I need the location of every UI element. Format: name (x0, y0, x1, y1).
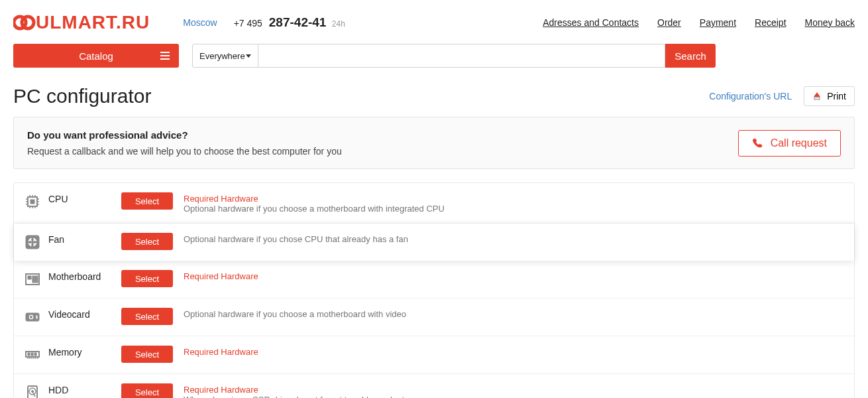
optional-label: Optional hardware if you choose a mother… (184, 309, 406, 319)
search-group: Everywhere Search (192, 44, 716, 68)
link-order[interactable]: Order (657, 17, 681, 28)
select-button[interactable]: Select (121, 270, 173, 287)
hardware-messages: Optional hardware if you choose a mother… (184, 308, 406, 319)
hardware-row-cpu: CPUSelectRequired HardwareOptional hardw… (14, 183, 854, 224)
city-selector[interactable]: Moscow (183, 17, 217, 28)
advice-title: Do you want professional advice? (27, 129, 342, 141)
hardware-row-fan: FanSelectOptional hardware if you chose … (14, 224, 854, 261)
page-title: PC configurator (13, 85, 151, 107)
required-label: Required Hardware (184, 194, 445, 204)
required-label: Required Hardware (184, 347, 258, 357)
optional-label: Optional hardware if you choose a mother… (184, 204, 445, 214)
link-payment[interactable]: Payment (700, 17, 736, 28)
hardware-messages: Required HardwareWhen choosing a SSD dri… (184, 383, 412, 398)
hardware-name: Fan (48, 233, 121, 245)
hardware-name: HDD (48, 383, 121, 395)
searchbar: Catalog Everywhere Search (13, 40, 855, 81)
hardware-messages: Required Hardware (184, 270, 258, 281)
link-addresses[interactable]: Adresses and Contacts (543, 17, 639, 28)
videocard-icon (23, 308, 42, 326)
print-icon (812, 92, 822, 101)
select-button[interactable]: Select (121, 346, 173, 363)
logo-icon (13, 13, 36, 32)
call-request-button[interactable]: Call request (738, 130, 841, 157)
hardware-name: Motherboard (48, 270, 121, 282)
logo-text: ULMART.RU (36, 12, 150, 33)
hardware-messages: Optional hardware if you chose CPU that … (184, 233, 408, 244)
cpu-icon (23, 192, 42, 211)
memory-icon (23, 346, 42, 364)
hardware-name: CPU (48, 192, 121, 204)
topbar: ULMART.RU Moscow +7 495 287-42-41 24h Ad… (13, 0, 855, 40)
hardware-row-videocard: VideocardSelectOptional hardware if you … (14, 298, 854, 336)
required-label: Required Hardware (184, 271, 258, 281)
link-receipt[interactable]: Receipt (755, 17, 786, 28)
search-scope-dropdown[interactable]: Everywhere (192, 44, 258, 68)
advice-box: Do you want professional advice? Request… (13, 117, 855, 169)
phone-icon (752, 138, 763, 149)
catalog-button[interactable]: Catalog (13, 44, 179, 68)
fan-icon (23, 233, 42, 251)
hardware-messages: Required HardwareOptional hardware if yo… (184, 192, 445, 214)
select-button[interactable]: Select (121, 233, 173, 250)
hardware-name: Videocard (48, 308, 121, 320)
required-label: Required Hardware (184, 385, 412, 395)
chevron-down-icon (246, 54, 251, 58)
hamburger-icon (160, 52, 170, 60)
select-button[interactable]: Select (121, 192, 173, 210)
optional-label: When choosing a SSD drive do not forget … (184, 395, 412, 398)
link-money-back[interactable]: Money back (805, 17, 855, 28)
logo[interactable]: ULMART.RU (13, 12, 150, 33)
advice-desc: Request a callback and we will help you … (27, 146, 342, 157)
hardware-messages: Required Hardware (184, 346, 258, 357)
svg-rect-2 (814, 98, 820, 100)
svg-point-1 (22, 17, 34, 29)
select-button[interactable]: Select (121, 383, 173, 398)
print-button[interactable]: Print (804, 86, 855, 106)
hdd-icon (23, 383, 42, 398)
page-title-row: PC configurator Configuration's URL Prin… (13, 81, 855, 117)
top-links: Adresses and Contacts Order Payment Rece… (543, 17, 855, 28)
hardware-list: CPUSelectRequired HardwareOptional hardw… (13, 182, 855, 398)
search-button[interactable]: Search (665, 44, 716, 68)
hardware-name: Memory (48, 346, 121, 358)
hardware-row-memory: MemorySelectRequired Hardware (14, 336, 854, 374)
hardware-row-motherboard: MotherboardSelectRequired Hardware (14, 261, 854, 298)
search-input[interactable] (258, 44, 665, 68)
motherboard-icon (23, 270, 42, 289)
configuration-url-link[interactable]: Configuration's URL (709, 91, 792, 101)
hardware-row-hdd: HDDSelectRequired HardwareWhen choosing … (14, 374, 854, 398)
phone: +7 495 287-42-41 24h (234, 15, 345, 30)
select-button[interactable]: Select (121, 308, 173, 325)
optional-label: Optional hardware if you chose CPU that … (184, 234, 408, 244)
